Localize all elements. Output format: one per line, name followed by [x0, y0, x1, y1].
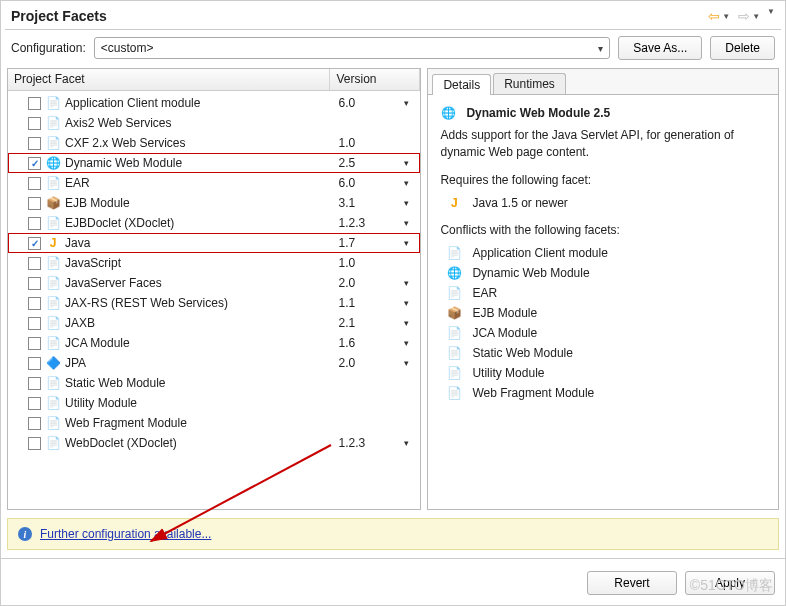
tab-runtimes[interactable]: Runtimes	[493, 73, 566, 94]
info-bar: i Further configuration available...	[7, 518, 779, 550]
tab-details[interactable]: Details	[432, 74, 491, 95]
facet-name: Application Client module	[65, 96, 334, 110]
doc-icon: 📄	[45, 175, 61, 191]
version-dropdown[interactable]: ▾	[394, 338, 418, 348]
facet-row[interactable]: 📄WebDoclet (XDoclet)1.2.3▾	[8, 433, 420, 453]
facet-checkbox[interactable]	[28, 97, 41, 110]
doc-icon: 📄	[446, 385, 462, 401]
further-configuration-link[interactable]: Further configuration available...	[40, 527, 211, 541]
facet-name: Java	[65, 236, 334, 250]
facet-checkbox[interactable]	[28, 337, 41, 350]
list-item: 📄JCA Module	[446, 323, 766, 343]
facet-checkbox[interactable]	[28, 277, 41, 290]
version-dropdown[interactable]: ▾	[394, 198, 418, 208]
configuration-combo[interactable]: <custom>	[94, 37, 611, 59]
facet-row[interactable]: JJava1.7▾	[8, 233, 420, 253]
doc-icon: 📄	[45, 275, 61, 291]
save-as-button[interactable]: Save As...	[618, 36, 702, 60]
col-header-version[interactable]: Version	[330, 69, 420, 90]
conflicts-label: Conflicts with the following facets:	[440, 223, 766, 237]
delete-button[interactable]: Delete	[710, 36, 775, 60]
facet-version: 1.7	[334, 236, 394, 250]
facet-name: Static Web Module	[65, 376, 334, 390]
facet-checkbox[interactable]	[28, 297, 41, 310]
facet-row[interactable]: 📄Web Fragment Module	[8, 413, 420, 433]
facet-row[interactable]: 📄Application Client module6.0▾	[8, 93, 420, 113]
apply-button[interactable]: Apply	[685, 571, 775, 595]
list-item: 🌐Dynamic Web Module	[446, 263, 766, 283]
facet-row[interactable]: 📄EAR6.0▾	[8, 173, 420, 193]
facet-version: 1.0	[334, 136, 394, 150]
version-dropdown[interactable]: ▾	[394, 158, 418, 168]
back-button[interactable]: ⇦▼	[705, 7, 733, 25]
facet-row[interactable]: 📄JAXB2.1▾	[8, 313, 420, 333]
facet-checkbox[interactable]	[28, 257, 41, 270]
facet-row[interactable]: 📄JavaScript1.0	[8, 253, 420, 273]
list-item: JJava 1.5 or newer	[446, 193, 766, 213]
dropdown-caret-icon: ▼	[752, 12, 760, 21]
db-icon: 🔷	[45, 355, 61, 371]
facet-name: Axis2 Web Services	[65, 116, 334, 130]
forward-button[interactable]: ⇨▼	[735, 7, 763, 25]
facet-checkbox[interactable]	[28, 197, 41, 210]
doc-icon: 📄	[45, 255, 61, 271]
facet-version: 1.2.3	[334, 436, 394, 450]
revert-button[interactable]: Revert	[587, 571, 677, 595]
facet-checkbox[interactable]	[28, 317, 41, 330]
version-dropdown[interactable]: ▾	[394, 238, 418, 248]
facet-row[interactable]: 📦EJB Module3.1▾	[8, 193, 420, 213]
doc-icon: 📄	[446, 325, 462, 341]
facet-row[interactable]: 🔷JPA2.0▾	[8, 353, 420, 373]
details-description: Adds support for the Java Servlet API, f…	[440, 127, 766, 161]
facet-row[interactable]: 📄JavaServer Faces2.0▾	[8, 273, 420, 293]
version-dropdown[interactable]: ▾	[394, 318, 418, 328]
facet-row[interactable]: 📄CXF 2.x Web Services1.0	[8, 133, 420, 153]
facet-version: 3.1	[334, 196, 394, 210]
version-dropdown[interactable]: ▾	[394, 218, 418, 228]
globe-icon: 🌐	[45, 155, 61, 171]
facet-name: WebDoclet (XDoclet)	[65, 436, 334, 450]
doc-icon: 📄	[446, 245, 462, 261]
facet-checkbox[interactable]	[28, 357, 41, 370]
j-icon: J	[45, 235, 61, 251]
version-dropdown[interactable]: ▾	[394, 358, 418, 368]
facet-version: 1.1	[334, 296, 394, 310]
facet-row[interactable]: 📄JAX-RS (REST Web Services)1.1▾	[8, 293, 420, 313]
facet-row[interactable]: 📄EJBDoclet (XDoclet)1.2.3▾	[8, 213, 420, 233]
facet-checkbox[interactable]	[28, 157, 41, 170]
facet-checkbox[interactable]	[28, 177, 41, 190]
version-dropdown[interactable]: ▾	[394, 298, 418, 308]
facet-name: JavaServer Faces	[65, 276, 334, 290]
facet-checkbox[interactable]	[28, 237, 41, 250]
col-header-facet[interactable]: Project Facet	[8, 69, 330, 90]
facet-name: EJBDoclet (XDoclet)	[65, 216, 334, 230]
facet-checkbox[interactable]	[28, 437, 41, 450]
facet-checkbox[interactable]	[28, 397, 41, 410]
facet-checkbox[interactable]	[28, 417, 41, 430]
facet-checkbox[interactable]	[28, 377, 41, 390]
arrow-right-icon: ⇨	[738, 8, 750, 24]
version-dropdown[interactable]: ▾	[394, 438, 418, 448]
facet-row[interactable]: 📄Axis2 Web Services	[8, 113, 420, 133]
details-panel: Details Runtimes 🌐 Dynamic Web Module 2.…	[427, 68, 779, 510]
facet-row[interactable]: 🌐Dynamic Web Module2.5▾	[8, 153, 420, 173]
menu-caret-icon[interactable]: ▼	[767, 7, 775, 25]
page-title: Project Facets	[11, 8, 107, 24]
version-dropdown[interactable]: ▾	[394, 178, 418, 188]
facet-row[interactable]: 📄Utility Module	[8, 393, 420, 413]
doc-icon: 📄	[45, 295, 61, 311]
facet-checkbox[interactable]	[28, 117, 41, 130]
facet-row[interactable]: 📄JCA Module1.6▾	[8, 333, 420, 353]
version-dropdown[interactable]: ▾	[394, 278, 418, 288]
list-item: 📄EAR	[446, 283, 766, 303]
doc-icon: 📄	[45, 415, 61, 431]
facet-checkbox[interactable]	[28, 217, 41, 230]
details-title: Dynamic Web Module 2.5	[466, 106, 610, 120]
list-item: 📦EJB Module	[446, 303, 766, 323]
version-dropdown[interactable]: ▾	[394, 98, 418, 108]
facet-version: 1.0	[334, 256, 394, 270]
facet-name: Utility Module	[65, 396, 334, 410]
facet-checkbox[interactable]	[28, 137, 41, 150]
facet-row[interactable]: 📄Static Web Module	[8, 373, 420, 393]
facet-name: EAR	[65, 176, 334, 190]
